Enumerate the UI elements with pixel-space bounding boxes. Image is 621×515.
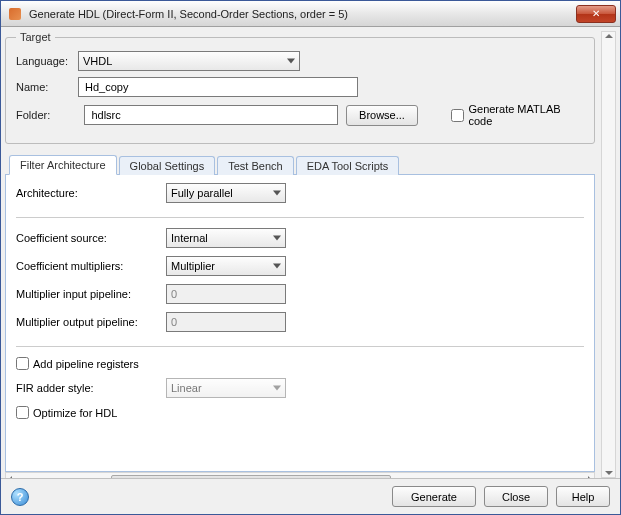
coef-source-row: Coefficient source: Internal — [16, 228, 584, 248]
target-legend: Target — [16, 31, 55, 43]
close-icon: ✕ — [592, 8, 600, 19]
mult-out-row: Multiplier output pipeline: 0 — [16, 312, 584, 332]
fir-adder-value: Linear — [171, 382, 202, 394]
add-pipeline-label: Add pipeline registers — [33, 358, 139, 370]
fir-adder-row: FIR adder style: Linear — [16, 378, 584, 398]
architecture-label: Architecture: — [16, 187, 166, 199]
fir-adder-label: FIR adder style: — [16, 382, 166, 394]
help-button[interactable]: Help — [556, 486, 610, 507]
add-pipeline-row: Add pipeline registers — [16, 357, 584, 370]
folder-input[interactable] — [84, 105, 338, 125]
optimize-label: Optimize for HDL — [33, 407, 117, 419]
coef-source-select[interactable]: Internal — [166, 228, 286, 248]
mult-out-input[interactable]: 0 — [166, 312, 286, 332]
folder-field[interactable] — [89, 108, 333, 122]
language-row: Language: VHDL — [16, 51, 584, 71]
architecture-select[interactable]: Fully parallel — [166, 183, 286, 203]
chevron-down-icon — [273, 264, 281, 269]
fir-adder-select: Linear — [166, 378, 286, 398]
name-field[interactable] — [83, 80, 353, 94]
chevron-down-icon — [287, 59, 295, 64]
architecture-row: Architecture: Fully parallel — [16, 183, 584, 203]
generate-button[interactable]: Generate — [392, 486, 476, 507]
scroll-up-icon — [605, 34, 613, 38]
chevron-down-icon — [273, 236, 281, 241]
coef-mult-label: Coefficient multipliers: — [16, 260, 166, 272]
architecture-value: Fully parallel — [171, 187, 233, 199]
folder-label: Folder: — [16, 109, 76, 121]
footer: ? Generate Close Help — [1, 478, 620, 514]
tab-global-settings[interactable]: Global Settings — [119, 156, 216, 175]
language-label: Language: — [16, 55, 78, 67]
tabs-wrap: Filter Architecture Global Settings Test… — [5, 150, 595, 478]
tab-eda-tool-scripts[interactable]: EDA Tool Scripts — [296, 156, 400, 175]
language-select[interactable]: VHDL — [78, 51, 300, 71]
coef-mult-value: Multiplier — [171, 260, 215, 272]
dialog-window: Generate HDL (Direct-Form II, Second-Ord… — [0, 0, 621, 515]
gen-matlab-row: Generate MATLAB code — [451, 103, 584, 127]
close-button[interactable]: Close — [484, 486, 548, 507]
tab-strip: Filter Architecture Global Settings Test… — [5, 154, 595, 175]
mult-in-input[interactable]: 0 — [166, 284, 286, 304]
scroll-thumb[interactable] — [111, 475, 391, 478]
optimize-row: Optimize for HDL — [16, 406, 584, 419]
scroll-right-icon — [588, 476, 592, 479]
horizontal-scrollbar[interactable] — [5, 472, 595, 478]
gen-matlab-label: Generate MATLAB code — [468, 103, 584, 127]
vertical-scrollbar[interactable] — [601, 31, 616, 478]
content: Target Language: VHDL Name: Folder: — [5, 31, 601, 478]
mult-out-label: Multiplier output pipeline: — [16, 316, 166, 328]
name-input[interactable] — [78, 77, 358, 97]
tab-test-bench[interactable]: Test Bench — [217, 156, 293, 175]
tab-panel-filter-architecture: Architecture: Fully parallel Coefficient… — [5, 175, 595, 472]
optimize-checkbox[interactable] — [16, 406, 29, 419]
browse-button[interactable]: Browse... — [346, 105, 418, 126]
divider — [16, 346, 584, 347]
matlab-icon — [7, 6, 23, 22]
mult-in-value: 0 — [171, 288, 177, 300]
divider — [16, 217, 584, 218]
scroll-down-icon — [605, 471, 613, 475]
coef-mult-row: Coefficient multipliers: Multiplier — [16, 256, 584, 276]
target-group: Target Language: VHDL Name: Folder: — [5, 31, 595, 144]
language-value: VHDL — [83, 55, 112, 67]
name-label: Name: — [16, 81, 78, 93]
window-close-button[interactable]: ✕ — [576, 5, 616, 23]
scroll-left-icon — [8, 476, 12, 479]
tab-filter-architecture[interactable]: Filter Architecture — [9, 155, 117, 175]
add-pipeline-checkbox[interactable] — [16, 357, 29, 370]
window-title: Generate HDL (Direct-Form II, Second-Ord… — [29, 8, 576, 20]
chevron-down-icon — [273, 386, 281, 391]
coef-source-label: Coefficient source: — [16, 232, 166, 244]
mult-out-value: 0 — [171, 316, 177, 328]
content-outer: Target Language: VHDL Name: Folder: — [1, 27, 620, 478]
folder-row: Folder: Browse... Generate MATLAB code — [16, 103, 584, 127]
coef-source-value: Internal — [171, 232, 208, 244]
name-row: Name: — [16, 77, 584, 97]
help-icon[interactable]: ? — [11, 488, 29, 506]
titlebar: Generate HDL (Direct-Form II, Second-Ord… — [1, 1, 620, 27]
mult-in-label: Multiplier input pipeline: — [16, 288, 166, 300]
coef-mult-select[interactable]: Multiplier — [166, 256, 286, 276]
chevron-down-icon — [273, 191, 281, 196]
gen-matlab-checkbox[interactable] — [451, 109, 464, 122]
mult-in-row: Multiplier input pipeline: 0 — [16, 284, 584, 304]
